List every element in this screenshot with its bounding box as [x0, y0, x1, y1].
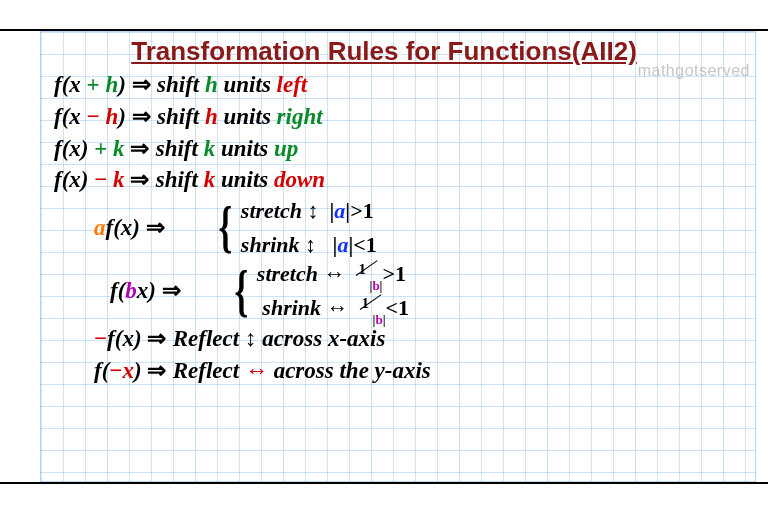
lhs: f(x) − k [54, 167, 125, 192]
fraction: 1 |b| [356, 264, 382, 288]
cases-block: { stretch ↕ |a|>1 shrink ↕ |a|<1 [214, 197, 377, 258]
implies-icon: ⇒ [147, 325, 172, 351]
case-shrink: shrink ↔ 1 |b| <1 [257, 294, 409, 322]
lhs: af(x) ⇒ [94, 213, 214, 243]
implies-icon: ⇒ [132, 71, 157, 97]
rules-content: f(x + h) ⇒ shift h units left f(x − h) ⇒… [54, 70, 738, 387]
rule-shift-down: f(x) − k ⇒ shift k units down [54, 165, 738, 195]
brace-icon: { [235, 260, 249, 322]
cases-block: { stretch ↔ 1 |b| >1 shrink ↔ [230, 260, 409, 322]
implies-icon: ⇒ [147, 357, 172, 383]
rule-vertical-scale: af(x) ⇒ { stretch ↕ |a|>1 shrink ↕ |a|<1 [54, 197, 738, 258]
implies-icon: ⇒ [132, 103, 157, 129]
lhs: f(x + h) [54, 72, 126, 97]
case-shrink: shrink ↕ |a|<1 [241, 231, 377, 259]
page: mathgotserved Transformation Rules for F… [0, 0, 768, 512]
rhs: Reflect ↔ across the y-axis [173, 358, 431, 383]
lhs: f(x − h) [54, 104, 126, 129]
updown-icon: ↕ [307, 198, 318, 223]
implies-icon: ⇒ [146, 214, 165, 240]
rhs: Reflect ↕ across x-axis [173, 326, 386, 351]
rule-reflect-x: −f(x) ⇒ Reflect ↕ across x-axis [54, 324, 738, 354]
lhs: f(bx) ⇒ [110, 276, 230, 306]
rule-reflect-y: f(−x) ⇒ Reflect ↔ across the y-axis [54, 356, 738, 386]
page-title: Transformation Rules for Functions(AII2) [0, 36, 768, 67]
lhs: −f(x) [94, 326, 142, 351]
rule-shift-up: f(x) + k ⇒ shift k units up [54, 134, 738, 164]
lhs: f(x) + k [54, 136, 125, 161]
implies-icon: ⇒ [130, 166, 155, 192]
updown-icon: ↕ [305, 232, 316, 257]
implies-icon: ⇒ [162, 277, 181, 303]
implies-icon: ⇒ [130, 135, 155, 161]
leftright-icon: ↔ [327, 295, 349, 320]
lhs: f(−x) [94, 358, 142, 383]
rule-shift-left: f(x + h) ⇒ shift h units left [54, 70, 738, 100]
brace-icon: { [219, 197, 233, 258]
rule-horizontal-scale: f(bx) ⇒ { stretch ↔ 1 |b| >1 shrink [54, 260, 738, 322]
rule-shift-right: f(x − h) ⇒ shift h units right [54, 102, 738, 132]
leftright-icon: ↔ [245, 358, 268, 383]
case-stretch: stretch ↔ 1 |b| >1 [257, 260, 409, 288]
rhs: shift h units left [157, 72, 307, 97]
rhs: shift k units up [156, 136, 299, 161]
case-stretch: stretch ↕ |a|>1 [241, 197, 377, 225]
rhs: shift h units right [157, 104, 323, 129]
leftright-icon: ↔ [323, 261, 345, 286]
rhs: shift k units down [156, 167, 325, 192]
updown-icon: ↕ [245, 326, 257, 351]
fraction: 1 |b| [360, 298, 386, 322]
divider-bottom [0, 482, 768, 484]
